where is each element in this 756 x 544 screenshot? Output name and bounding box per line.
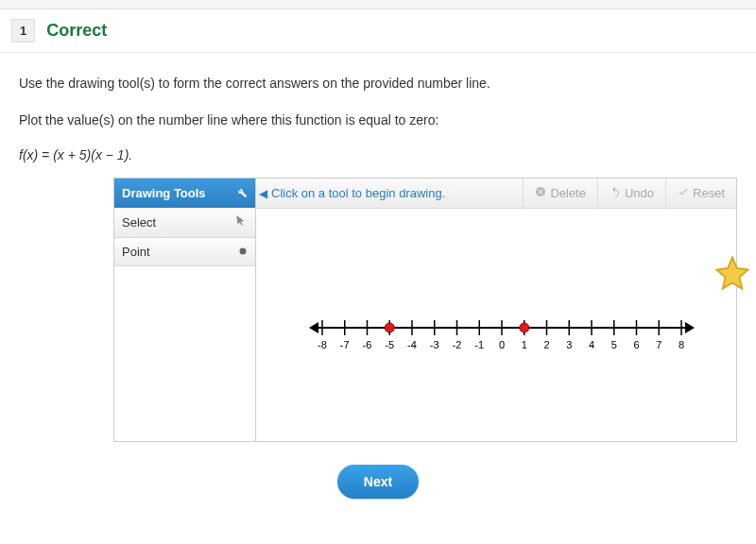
next-button[interactable]: Next <box>337 465 419 499</box>
cursor-icon <box>234 214 248 230</box>
delete-button[interactable]: Delete <box>523 178 597 208</box>
tool-label: Point <box>122 245 150 259</box>
tool-point[interactable]: Point <box>114 238 255 266</box>
svg-text:1: 1 <box>522 339 527 350</box>
svg-point-0 <box>240 248 247 255</box>
svg-text:-6: -6 <box>363 339 372 350</box>
delete-label: Delete <box>550 186 586 200</box>
question-header: 1 Correct <box>0 9 756 53</box>
collapse-handle-icon[interactable]: ◀ <box>256 187 269 200</box>
formula: f(x) = (x + 5)(x − 1). <box>19 147 737 162</box>
svg-text:5: 5 <box>611 339 617 350</box>
svg-text:0: 0 <box>499 339 505 350</box>
instruction-line-2: Plot the value(s) on the number line whe… <box>19 110 737 130</box>
undo-label: Undo <box>625 186 654 200</box>
reset-icon <box>678 186 689 200</box>
svg-text:-7: -7 <box>340 339 350 350</box>
svg-text:-2: -2 <box>453 339 462 350</box>
point-icon <box>238 245 248 259</box>
undo-icon <box>610 186 621 200</box>
svg-text:-1: -1 <box>474 339 484 350</box>
tools-header: Drawing Tools <box>114 178 255 208</box>
question-number: 1 <box>11 19 35 42</box>
svg-text:-5: -5 <box>385 339 394 350</box>
tools-panel: Drawing Tools Select Point <box>114 178 256 441</box>
workspace: Drawing Tools Select Point <box>113 178 737 442</box>
plotted-point[interactable] <box>520 323 529 332</box>
number-line[interactable]: -8-7-6-5-4-3-2-1012345678 <box>303 311 700 361</box>
instruction-line-1: Use the drawing tool(s) to form the corr… <box>19 74 737 94</box>
svg-text:8: 8 <box>679 339 684 350</box>
undo-button[interactable]: Undo <box>597 178 665 208</box>
svg-text:6: 6 <box>633 339 639 350</box>
reset-button[interactable]: Reset <box>665 178 736 208</box>
canvas-area[interactable]: ◀ Click on a tool to begin drawing. Dele… <box>256 178 736 441</box>
svg-text:-4: -4 <box>407 339 417 350</box>
reset-label: Reset <box>693 186 725 200</box>
tool-select[interactable]: Select <box>114 208 255 238</box>
svg-text:4: 4 <box>589 339 594 350</box>
delete-icon <box>535 186 546 200</box>
status-label: Correct <box>46 21 107 41</box>
wrench-icon <box>234 185 248 201</box>
svg-text:2: 2 <box>543 339 549 350</box>
svg-text:-3: -3 <box>430 339 439 350</box>
canvas-toolbar: ◀ Click on a tool to begin drawing. Dele… <box>256 178 736 209</box>
star-icon <box>713 254 751 295</box>
hint-text: Click on a tool to begin drawing. <box>269 186 523 200</box>
plotted-point[interactable] <box>385 323 394 332</box>
tools-title: Drawing Tools <box>122 186 206 200</box>
tool-label: Select <box>122 215 156 230</box>
svg-text:-8: -8 <box>318 339 327 350</box>
svg-text:3: 3 <box>566 339 572 350</box>
svg-text:7: 7 <box>656 339 662 350</box>
